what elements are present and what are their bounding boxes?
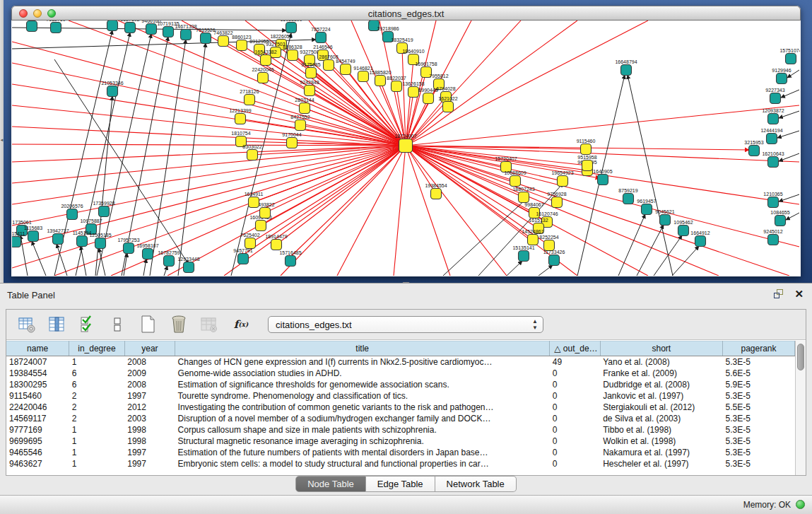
splitter-collapse-icon[interactable]: ◂ (0, 136, 4, 143)
graph-node[interactable]: 9245012 (763, 229, 782, 245)
citation-edge-black[interactable] (164, 266, 167, 276)
graph-node[interactable]: 1640905 (593, 169, 612, 185)
citation-graph[interactable]: 1055328715276010653287152760294661601071… (12, 21, 800, 276)
column-header-name[interactable]: name (6, 341, 69, 356)
citation-edge-red[interactable] (12, 146, 406, 247)
graph-node[interactable]: 16648794 (615, 59, 637, 76)
table-row[interactable]: 946554611997Estimation of the future num… (6, 447, 795, 458)
table-selector-dropdown[interactable]: citations_edges.txt ▲▼ (268, 316, 543, 333)
graph-node[interactable]: 3215953 (744, 140, 763, 156)
graph-node[interactable]: 7463822 (213, 30, 233, 47)
graph-node[interactable]: 16782759 (158, 250, 180, 267)
graph-node[interactable]: 12093872 (762, 108, 784, 124)
citation-edge-black[interactable] (672, 246, 699, 276)
graph-node[interactable]: 1527602 (120, 21, 139, 33)
graph-node[interactable]: 12505185 (89, 233, 111, 249)
citation-edge-black[interactable] (618, 214, 645, 276)
float-panel-icon[interactable] (774, 289, 784, 299)
graph-node[interactable]: 9045621 (655, 209, 674, 226)
table-options-icon[interactable] (16, 314, 37, 335)
citation-edge-black[interactable] (507, 261, 522, 276)
graph-node[interactable]: 12923448 (177, 257, 199, 273)
table-row[interactable]: 946362711997Embryonic stem cells: a mode… (6, 458, 795, 469)
table-row[interactable]: 911546021997Tourette syndrome. Phenomeno… (6, 390, 795, 402)
citation-edge-red[interactable] (12, 146, 406, 204)
delete-table-icon[interactable] (199, 314, 220, 335)
table-row[interactable]: 1456911722003Disruption of a novel membe… (6, 413, 795, 424)
column-header-out_degree[interactable]: △ out_de… (550, 341, 600, 356)
network-canvas[interactable]: 1055328715276010653287152760294661601071… (12, 21, 800, 276)
graph-node[interactable]: 16210643 (762, 151, 784, 168)
citation-edge-red[interactable] (224, 146, 406, 276)
graph-node[interactable]: 8252254 (539, 235, 558, 251)
graph-node[interactable]: 9457791 (233, 248, 252, 264)
graph-node[interactable]: 9115460 (577, 139, 596, 155)
tab-node-table[interactable]: Node Table (295, 476, 366, 492)
graph-node[interactable]: 15751074 (779, 48, 800, 64)
table-row[interactable]: 969969511998Structural magnetic resonanc… (6, 436, 795, 447)
citation-edge-red[interactable] (288, 146, 406, 259)
graph-node[interactable]: 8759219 (618, 188, 637, 204)
show-columns-icon[interactable] (47, 314, 68, 335)
delete-column-icon[interactable] (168, 314, 189, 335)
column-header-year[interactable]: year (124, 341, 175, 356)
graph-node[interactable]: 9227343 (765, 88, 784, 104)
citation-edge-black[interactable] (628, 75, 673, 276)
graph-node[interactable]: 16958107 (136, 243, 158, 259)
tab-network-table[interactable]: Network Table (435, 476, 517, 492)
table-row[interactable]: 1872400712008Changes of HCN gene express… (6, 356, 795, 368)
column-header-short[interactable]: short (600, 341, 722, 356)
citation-edge-black[interactable] (637, 225, 664, 276)
citation-edge-red[interactable] (12, 146, 406, 162)
citation-edge-red[interactable] (406, 146, 515, 181)
graph-node[interactable]: 21053346 (101, 81, 123, 97)
table-row[interactable]: 1938455462009Genome-wide association stu… (6, 368, 795, 379)
graph-node[interactable]: 1055328 (22, 21, 41, 32)
attribute-table[interactable]: namein_degreeyeartitle△ out_de…shortpage… (6, 341, 795, 475)
citation-edge-black[interactable] (178, 43, 206, 276)
graph-node[interactable]: 12213399 (229, 108, 251, 124)
graph-node[interactable]: 16033809 (280, 21, 302, 33)
graph-node[interactable]: 1084655 (770, 210, 789, 226)
table-row[interactable]: 2242004622012Investigating the contribut… (6, 402, 795, 413)
graph-node[interactable]: 3915411 (12, 231, 25, 247)
citation-edge-black[interactable] (20, 235, 28, 276)
function-builder-icon[interactable]: f(x) (229, 314, 253, 335)
left-splitter[interactable]: ◂ (0, 0, 4, 283)
table-vertical-scrollbar[interactable] (795, 341, 806, 475)
citation-edge-red[interactable] (12, 63, 406, 146)
citation-edge-red[interactable] (406, 146, 789, 276)
graph-node[interactable]: 7152760 (46, 21, 65, 33)
graph-node[interactable]: 14671338 (175, 24, 196, 40)
citation-edge-black[interactable] (539, 265, 553, 276)
tab-edge-table[interactable]: Edge Table (366, 476, 435, 492)
select-attributes-icon[interactable] (77, 314, 98, 335)
graph-node[interactable]: 7625402 (240, 233, 259, 249)
graph-node[interactable]: 19384554 (425, 183, 447, 199)
table-row[interactable]: 1830029562008Estimation of significance … (6, 379, 795, 390)
graph-node[interactable]: 7515526 (196, 28, 215, 44)
citation-edge-black[interactable] (150, 40, 186, 276)
citation-edge-red[interactable] (182, 21, 406, 146)
network-window-titlebar[interactable]: citations_edges.txt (11, 6, 801, 21)
create-column-icon[interactable] (138, 314, 159, 335)
graph-node[interactable]: 11733426 (543, 250, 565, 266)
column-header-in_degree[interactable]: in_degree (69, 341, 125, 356)
graph-node[interactable]: 18807243 (512, 187, 534, 203)
citation-edge-red[interactable] (265, 146, 406, 213)
table-header-row[interactable]: namein_degreeyeartitle△ out_de…shortpage… (6, 341, 795, 356)
citation-edge-red[interactable] (276, 146, 406, 245)
citation-edge-red[interactable] (406, 105, 799, 146)
column-header-pagerank[interactable]: pagerank (723, 341, 795, 356)
graph-node[interactable]: 1664912 (690, 230, 710, 247)
graph-node[interactable]: 9129946 (772, 68, 791, 84)
row-height-icon[interactable] (107, 314, 129, 335)
citation-edge-black[interactable] (81, 246, 86, 276)
graph-node[interactable]: 9619457 (637, 199, 656, 215)
close-panel-icon[interactable]: ✕ (794, 289, 804, 299)
graph-node[interactable]: 15135141 (512, 245, 534, 262)
graph-node[interactable]: 15716485 (279, 250, 301, 267)
graph-node[interactable]: 8860123 (232, 35, 251, 51)
graph-node[interactable]: 12444194 (760, 128, 782, 144)
citation-edge-red[interactable] (406, 146, 799, 247)
